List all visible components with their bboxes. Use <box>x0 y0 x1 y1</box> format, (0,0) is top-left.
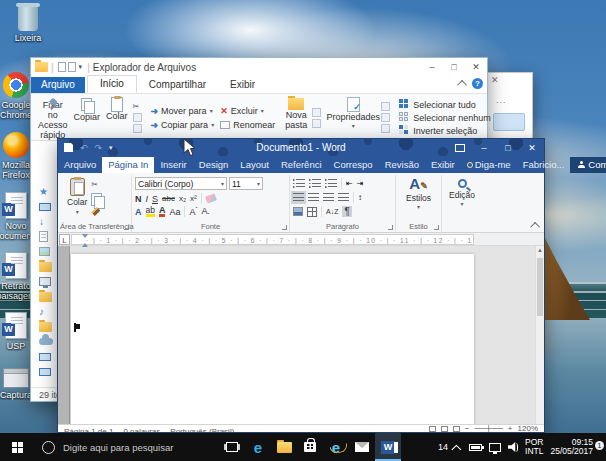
document-page[interactable] <box>71 254 474 424</box>
select-none-button[interactable]: Selecionar nenhum <box>399 112 491 123</box>
styles-button[interactable]: A✎ Estilos ▾ <box>406 176 431 210</box>
desktop-icon-recycle-bin[interactable]: Lixeira <box>4 6 52 43</box>
delete-button[interactable]: ✕ Excluir ▾ <box>220 106 275 116</box>
justify-icon[interactable] <box>338 193 349 202</box>
taskbar-explorer[interactable] <box>271 433 297 461</box>
taskbar-internet-explorer[interactable]: e <box>323 433 349 461</box>
taskbar-word-active[interactable]: W <box>375 433 401 461</box>
invert-selection-button[interactable]: Inverter seleção <box>399 125 491 136</box>
tab-compartilhar[interactable]: Compartilhar <box>137 77 218 93</box>
ribbon-display-options-icon[interactable] <box>448 139 472 156</box>
superscript-button[interactable]: x² <box>190 194 197 203</box>
clear-formatting-icon[interactable] <box>205 194 217 204</box>
collapse-ribbon-icon[interactable] <box>530 222 540 232</box>
dialog-launcher-icon[interactable] <box>434 225 439 230</box>
copy-to-button[interactable]: ➜ Copiar para ▾ <box>151 120 215 130</box>
zoom-out-icon[interactable]: − <box>465 424 470 432</box>
language-indicator[interactable]: POR INTL <box>525 438 543 457</box>
strikethrough-button[interactable]: abc <box>162 194 175 203</box>
shrink-font-button[interactable]: Aˇ <box>202 206 210 218</box>
cut-icon[interactable]: ✂ <box>133 102 142 111</box>
show-hidden-icons-chevron[interactable] <box>451 444 461 454</box>
new-item-icon[interactable] <box>312 108 321 117</box>
taskbar-store[interactable] <box>297 433 323 461</box>
align-center-icon[interactable] <box>308 193 319 202</box>
language-indicator[interactable]: Português (Brasil) <box>170 425 234 432</box>
editing-button[interactable]: Edição ▾ <box>449 176 475 207</box>
task-view-button[interactable] <box>219 433 245 461</box>
text-effects-button[interactable]: A <box>135 207 142 217</box>
collapse-ribbon-icon[interactable] <box>457 80 467 90</box>
battery-icon[interactable] <box>469 444 482 451</box>
copy-icon[interactable] <box>91 193 100 203</box>
scroll-up-icon[interactable]: ▲ <box>536 247 544 253</box>
font-size-combo[interactable]: 11▾ <box>229 177 263 190</box>
increase-indent-icon[interactable]: ⇥ <box>357 179 364 188</box>
word-count[interactable]: 0 palavras <box>123 425 160 432</box>
tab-referencias[interactable]: Referênci <box>275 157 328 173</box>
page-indicator[interactable]: Página 1 de 1 <box>64 425 113 432</box>
dialog-launcher-icon[interactable] <box>124 225 129 230</box>
qat-customize-icon[interactable]: ▾ <box>79 63 83 71</box>
italic-button[interactable]: I <box>146 194 149 204</box>
zoom-level[interactable]: 120% <box>518 424 538 432</box>
undo-icon[interactable]: ↶ <box>80 143 88 153</box>
select-all-button[interactable]: Selecionar tudo <box>399 99 491 110</box>
clock[interactable]: 09:15 25/05/2017 <box>550 438 593 457</box>
tab-selector[interactable]: L <box>59 234 70 245</box>
zoom-slider[interactable]: ──┼── <box>475 424 503 432</box>
account-name[interactable]: Fabricio... <box>517 157 571 173</box>
grow-font-button[interactable]: Aˆ <box>189 206 197 217</box>
tab-layout[interactable]: Layout <box>234 157 275 173</box>
redo-icon[interactable]: ↷ <box>95 143 103 153</box>
change-case-button[interactable]: Aa <box>169 207 180 217</box>
tab-exibir[interactable]: Exibir <box>425 157 461 173</box>
taskbar-edge[interactable]: e <box>245 433 271 461</box>
subscript-button[interactable]: x₂ <box>179 194 186 203</box>
copy-button[interactable]: Copiar <box>71 96 104 139</box>
decrease-indent-icon[interactable]: ⇤ <box>346 179 353 188</box>
qat-properties-icon[interactable] <box>58 62 66 72</box>
close-button[interactable]: ✕ <box>465 58 487 76</box>
paste-button[interactable]: Colar ▾ <box>63 176 91 217</box>
print-layout-icon[interactable] <box>441 426 448 432</box>
line-spacing-icon[interactable]: ↕ <box>358 193 362 202</box>
edit-icon[interactable] <box>381 113 390 122</box>
pin-quick-access-button[interactable]: Fixar no Acesso rápido <box>35 96 71 139</box>
help-icon[interactable]: ? <box>472 78 483 89</box>
copy-path-icon[interactable] <box>133 113 142 122</box>
explorer-titlebar[interactable]: | ▾ | Explorador de Arquivos – □ ✕ <box>31 58 487 76</box>
scrollbar-thumb[interactable] <box>537 258 543 316</box>
highlight-color-button[interactable]: ab <box>146 206 155 217</box>
multilevel-list-icon[interactable] <box>325 179 337 188</box>
bullets-icon[interactable] <box>293 179 305 188</box>
save-icon[interactable] <box>64 143 73 152</box>
open-icon[interactable] <box>381 102 390 111</box>
taskbar-search[interactable]: Digite aqui para pesquisar <box>34 441 219 454</box>
qat-customize-icon[interactable]: ▾ <box>109 144 113 152</box>
rename-button[interactable]: Renomear <box>220 120 275 130</box>
align-right-icon[interactable] <box>323 193 334 202</box>
minimize-button[interactable]: – <box>472 139 496 156</box>
maximize-button[interactable]: □ <box>443 58 465 76</box>
taskbar-mail[interactable] <box>349 433 375 461</box>
paste-shortcut-icon[interactable] <box>133 124 142 133</box>
move-to-button[interactable]: ➜ Mover para ▾ <box>151 106 215 116</box>
hanging-indent-marker[interactable] <box>82 240 88 247</box>
tab-correspondencias[interactable]: Correspo <box>328 157 379 173</box>
web-layout-icon[interactable] <box>453 426 460 432</box>
vertical-scrollbar[interactable]: ▲ <box>535 246 544 424</box>
share-button[interactable]: Compartilhar <box>570 157 606 173</box>
close-icon[interactable]: ✕ <box>491 75 499 85</box>
tab-pagina-inicial[interactable]: Página In <box>102 157 154 173</box>
background-window-button[interactable] <box>493 113 525 131</box>
shading-icon[interactable] <box>293 207 303 216</box>
start-button[interactable] <box>0 433 34 461</box>
font-color-button[interactable]: A <box>159 206 166 217</box>
tab-design[interactable]: Design <box>193 157 235 173</box>
dialog-launcher-icon[interactable] <box>282 225 287 230</box>
show-formatting-marks-button[interactable]: ¶ <box>342 206 351 217</box>
tab-exibir[interactable]: Exibir <box>218 77 267 93</box>
network-icon[interactable] <box>489 443 501 452</box>
cut-icon[interactable]: ✂ <box>91 180 100 189</box>
